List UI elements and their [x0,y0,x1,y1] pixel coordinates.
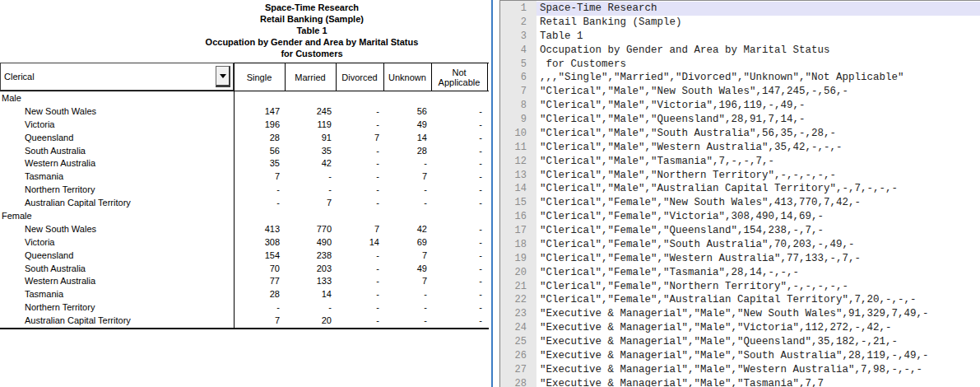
editor-line[interactable]: 15"Clerical","Female","New South Wales",… [500,196,980,210]
editor-line[interactable]: 16"Clerical","Female","Victoria",308,490… [500,210,980,224]
editor-line[interactable]: 22"Clerical","Female","Australian Capita… [500,293,980,307]
table-row: Victoria196119-49- [0,119,487,132]
report-title-block: Space-Time ResearchRetail Banking (Sampl… [135,2,489,59]
line-number: 4 [500,44,536,58]
line-number: 6 [500,71,536,85]
cell-value: 413 [234,223,280,236]
editor-line[interactable]: 4Occupation by Gender and Area by Marita… [500,44,980,58]
row-label: Queensland [0,132,73,145]
line-text[interactable]: "Executive & Managerial","Male","Tasmani… [536,377,980,387]
line-text[interactable]: "Clerical","Male","Western Australia",35… [536,141,980,155]
line-text[interactable]: "Clerical","Female","New South Wales",41… [536,196,980,210]
occupation-dropdown-button[interactable] [216,66,230,87]
editor-line[interactable]: 6,,,"Single","Married","Divorced","Unkno… [500,71,980,85]
editor-line[interactable]: 17"Clerical","Female","Queensland",154,2… [500,224,980,238]
cell-value: - [285,170,332,184]
line-text[interactable]: "Clerical","Male","Tasmania",7,-,-,7,- [536,155,980,169]
line-number: 14 [500,182,536,196]
header-cell-border [431,63,432,91]
chevron-down-icon [220,74,226,78]
editor-line[interactable]: 26"Executive & Managerial","Male","South… [500,349,980,363]
line-text[interactable]: Occupation by Gender and Area by Marital… [536,44,980,58]
line-number: 8 [500,99,536,113]
cell-value: 91 [285,132,332,145]
editor-line[interactable]: 25"Executive & Managerial","Male","Queen… [500,335,980,349]
editor-line[interactable]: 24"Executive & Managerial","Male","Victo… [500,321,980,335]
editor-line[interactable]: 27"Executive & Managerial","Male","Weste… [500,363,980,377]
editor-lines[interactable]: 1Space-Time Research2Retail Banking (Sam… [500,2,980,387]
editor-line[interactable]: 14"Clerical","Male","Australian Capital … [500,182,980,196]
line-text[interactable]: "Executive & Managerial","Male","New Sou… [536,307,980,321]
editor-line[interactable]: 9"Clerical","Male","Queensland",28,91,7,… [500,113,980,127]
line-text[interactable]: "Clerical","Female","Victoria",308,490,1… [536,210,980,224]
line-text[interactable]: ,,,"Single","Married","Divorced","Unknow… [536,71,980,85]
editor-line[interactable]: 23"Executive & Managerial","Male","New S… [500,307,980,321]
editor-line[interactable]: 10"Clerical","Male","South Australia",56… [500,127,980,141]
line-text[interactable]: "Clerical","Male","Australian Capital Te… [536,182,980,196]
cell-value: - [336,275,379,288]
row-label: Tasmania [0,170,63,184]
line-text[interactable]: "Executive & Managerial","Male","South A… [536,349,980,363]
occupation-dropdown[interactable]: Clerical [0,63,234,91]
editor-line[interactable]: 2Retail Banking (Sample) [500,16,980,30]
editor-line[interactable]: 5 for Customers [500,58,980,72]
cell-value: 35 [285,145,332,158]
editor-line[interactable]: 11"Clerical","Male","Western Australia",… [500,141,980,155]
line-text[interactable]: "Executive & Managerial","Male","Victori… [536,321,980,335]
cell-value: - [383,157,427,170]
cell-value: - [383,315,427,328]
editor-line[interactable]: 1Space-Time Research [500,2,980,16]
pane-splitter-handle[interactable] [491,0,493,387]
line-text[interactable]: "Clerical","Female","Australian Capital … [536,293,980,307]
line-text[interactable]: "Clerical","Male","Northern Territory",-… [536,169,980,183]
header-cell-border [336,63,337,91]
line-text[interactable]: "Clerical","Female","South Australia",70… [536,238,980,252]
editor-line[interactable]: 19"Clerical","Female","Western Australia… [500,252,980,266]
cell-value: - [431,184,482,197]
line-text[interactable]: "Executive & Managerial","Male","Western… [536,363,980,377]
line-text[interactable]: "Clerical","Male","New South Wales",147,… [536,85,980,99]
line-text[interactable]: "Clerical","Male","Victoria",196,119,-,4… [536,99,980,113]
line-text[interactable]: "Clerical","Male","South Australia",56,3… [536,127,980,141]
csv-editor-panel[interactable]: 1Space-Time Research2Retail Banking (Sam… [499,0,980,387]
editor-line[interactable]: 12"Clerical","Male","Tasmania",7,-,-,7,- [500,155,980,169]
row-label: Northern Territory [0,301,95,315]
line-text[interactable]: for Customers [536,58,980,72]
table-row: South Australia5635-28- [0,145,487,158]
cell-value: 77 [234,275,280,288]
editor-line[interactable]: 13"Clerical","Male","Northern Territory"… [500,169,980,183]
line-number: 3 [500,30,536,44]
app-window: { "report": { "title_lines": [ "Space-Ti… [0,0,980,387]
cell-value: 490 [285,236,332,249]
line-text[interactable]: "Clerical","Male","Queensland",28,91,7,1… [536,113,980,127]
editor-line[interactable]: 3Table 1 [500,30,980,44]
line-text[interactable]: "Executive & Managerial","Male","Queensl… [536,335,980,349]
line-text[interactable]: Table 1 [536,30,980,44]
line-text[interactable]: "Clerical","Female","Tasmania",28,14,-,-… [536,266,980,280]
column-header-unknown: Unknown [383,63,431,91]
line-text[interactable]: "Clerical","Female","Queensland",154,238… [536,224,980,238]
line-text[interactable]: Space-Time Research [536,2,980,16]
editor-line[interactable]: 8"Clerical","Male","Victoria",196,119,-,… [500,99,980,113]
table-body: MaleNew South Wales147245-56-Victoria196… [0,92,487,328]
line-number: 27 [500,363,536,377]
table-row: South Australia70203-49- [0,263,487,276]
header-cell-border [285,63,286,91]
editor-line[interactable]: 20"Clerical","Female","Tasmania",28,14,-… [500,266,980,280]
line-number: 24 [500,321,536,335]
editor-line[interactable]: 28"Executive & Managerial","Male","Tasma… [500,377,980,387]
cell-value: - [383,301,427,315]
line-text[interactable]: "Clerical","Female","Western Australia",… [536,252,980,266]
editor-line[interactable]: 21"Clerical","Female","Northern Territor… [500,280,980,294]
line-text[interactable]: Retail Banking (Sample) [536,16,980,30]
line-number: 19 [500,252,536,266]
row-label: Northern Territory [0,184,95,197]
report-title-line: Occupation by Gender and Area by Marital… [135,36,489,48]
cell-value: - [431,236,482,249]
line-text[interactable]: "Clerical","Female","Northern Territory"… [536,280,980,294]
editor-line[interactable]: 7"Clerical","Male","New South Wales",147… [500,85,980,99]
cell-value: 7 [336,223,379,236]
row-label: Victoria [0,236,54,249]
editor-line[interactable]: 18"Clerical","Female","South Australia",… [500,238,980,252]
table-row: Tasmania2814--- [0,288,487,301]
